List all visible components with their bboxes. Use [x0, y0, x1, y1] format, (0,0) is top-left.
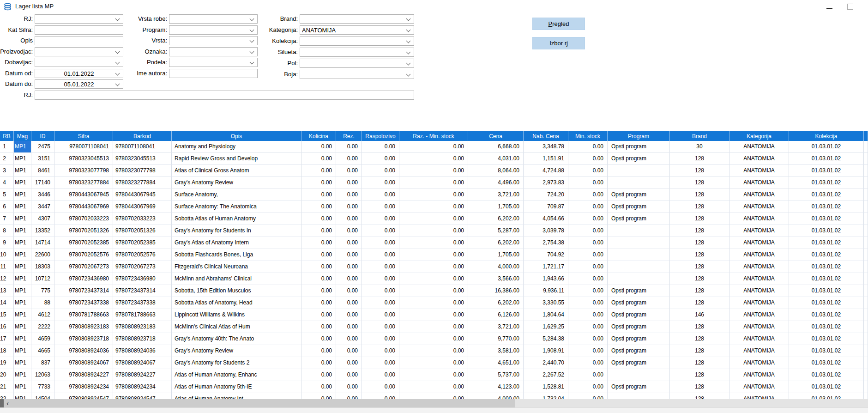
filter-kolekcija-combo[interactable] — [300, 36, 414, 46]
column-header-kolekcija[interactable]: Kolekcija — [789, 131, 864, 141]
cell-program[interactable]: Opsti program — [608, 357, 670, 369]
cell-brand[interactable]: 128 — [670, 165, 729, 177]
cell-min-stock[interactable]: 0.00 — [568, 213, 608, 225]
cell-brand[interactable]: 128 — [670, 333, 729, 345]
cell-rez[interactable]: 0.00 — [336, 309, 362, 321]
cell-rez[interactable]: 0.00 — [336, 201, 362, 213]
cell-rb[interactable]: 11 — [0, 261, 14, 273]
cell-barkod[interactable]: 9780781788663 — [113, 309, 172, 321]
cell-kategorija[interactable]: ANATOMIJA — [729, 141, 789, 153]
cell-raspolozivo[interactable]: 0.00 — [362, 189, 399, 201]
cell-cena[interactable]: 6,668.00 — [468, 141, 524, 153]
cell-kategorija[interactable]: ANATOMIJA — [729, 321, 789, 333]
cell-sifra[interactable]: 9780323045513 — [54, 153, 113, 165]
cell-kategorija[interactable]: ANATOMIJA — [729, 165, 789, 177]
cell-mag[interactable]: MP1 — [14, 273, 31, 285]
cell-kolicina[interactable]: 0.00 — [301, 201, 336, 213]
cell-nab-cena[interactable]: 724.20 — [524, 189, 568, 201]
cell-raz-min-stock[interactable]: 0.00 — [399, 237, 468, 249]
cell-kolekcija[interactable]: 01.03.01.02 — [789, 249, 864, 261]
cell-id[interactable]: 4307 — [31, 213, 54, 225]
cell-program[interactable]: Opsti program — [608, 345, 670, 357]
cell-barkod[interactable]: 9780443067969 — [113, 201, 172, 213]
cell-program[interactable] — [608, 261, 670, 273]
cell-program[interactable]: Opsti program — [608, 201, 670, 213]
column-header-raspolozivo[interactable]: Raspolozivo — [362, 131, 399, 141]
cell-kategorija[interactable]: ANATOMIJA — [729, 177, 789, 189]
cell-program[interactable]: Opsti program — [608, 333, 670, 345]
cell-id[interactable]: 3151 — [31, 153, 54, 165]
cell-program[interactable]: Opsti program — [608, 309, 670, 321]
cell-partial[interactable] — [864, 285, 868, 297]
cell-sifra[interactable]: 9780808924036 — [54, 345, 113, 357]
cell-rb[interactable]: 4 — [0, 177, 14, 189]
cell-min-stock[interactable]: 0.00 — [568, 333, 608, 345]
cell-min-stock[interactable]: 0.00 — [568, 177, 608, 189]
column-header-program[interactable]: Program — [608, 131, 670, 141]
cell-mag[interactable]: MP1 — [14, 345, 31, 357]
cell-mag[interactable]: MP1 — [14, 321, 31, 333]
cell-barkod[interactable]: 9780808924036 — [113, 345, 172, 357]
cell-opis[interactable]: Surface Anatomy: The Anatomica — [172, 201, 301, 213]
cell-opis[interactable]: Sobotta Atlas of Anatomy, Head — [172, 297, 301, 309]
cell-kolekcija[interactable]: 01.03.01.02 — [789, 225, 864, 237]
cell-rb[interactable]: 10 — [0, 249, 14, 261]
cell-rez[interactable]: 0.00 — [336, 321, 362, 333]
cell-raspolozivo[interactable]: 0.00 — [362, 273, 399, 285]
cell-id[interactable]: 10712 — [31, 273, 54, 285]
cell-brand[interactable]: 128 — [670, 297, 729, 309]
filter-datum-do-combo[interactable]: 05.01.2022 — [35, 79, 123, 89]
cell-program[interactable] — [608, 237, 670, 249]
cell-id[interactable]: 837 — [31, 357, 54, 369]
column-header-min-stock[interactable]: Min. stock — [568, 131, 608, 141]
cell-opis[interactable]: Fitzgerald's Clinical Neuroana — [172, 261, 301, 273]
cell-brand[interactable]: 128 — [670, 249, 729, 261]
cell-id[interactable]: 4659 — [31, 333, 54, 345]
cell-program[interactable]: Opsti program — [608, 213, 670, 225]
filter-dobavljac-combo[interactable] — [35, 58, 123, 67]
cell-min-stock[interactable]: 0.00 — [568, 273, 608, 285]
cell-brand[interactable]: 128 — [670, 153, 729, 165]
cell-mag[interactable]: MP1 — [14, 357, 31, 369]
cell-rez[interactable]: 0.00 — [336, 165, 362, 177]
cell-sifra[interactable]: 9780702033223 — [54, 213, 113, 225]
cell-kolicina[interactable]: 0.00 — [301, 345, 336, 357]
cell-min-stock[interactable]: 0.00 — [568, 357, 608, 369]
cell-cena[interactable]: 5,737.00 — [468, 369, 524, 381]
filter-brand-combo[interactable] — [300, 14, 414, 24]
cell-min-stock[interactable]: 0.00 — [568, 225, 608, 237]
cell-rb[interactable]: 21 — [0, 381, 14, 393]
cell-raz-min-stock[interactable]: 0.00 — [399, 213, 468, 225]
cell-min-stock[interactable]: 0.00 — [568, 321, 608, 333]
cell-rez[interactable]: 0.00 — [336, 213, 362, 225]
cell-partial[interactable] — [864, 273, 868, 285]
cell-barkod[interactable]: 9780443067945 — [113, 189, 172, 201]
cell-nab-cena[interactable]: 2,754.38 — [524, 237, 568, 249]
cell-raz-min-stock[interactable]: 0.00 — [399, 357, 468, 369]
cell-raspolozivo[interactable]: 0.00 — [362, 309, 399, 321]
cell-program[interactable]: Opsti program — [608, 153, 670, 165]
cell-min-stock[interactable]: 0.00 — [568, 189, 608, 201]
cell-sifra[interactable]: 9780323277884 — [54, 177, 113, 189]
minimize-button[interactable] — [825, 2, 835, 11]
cell-cena[interactable]: 3,566.00 — [468, 273, 524, 285]
cell-cena[interactable]: 3,721.00 — [468, 321, 524, 333]
cell-id[interactable]: 3447 — [31, 201, 54, 213]
cell-brand[interactable]: 128 — [670, 273, 729, 285]
column-header-kategorija[interactable]: Kategorija — [729, 131, 789, 141]
cell-min-stock[interactable]: 0.00 — [568, 381, 608, 393]
cell-kolekcija[interactable]: 01.03.01.02 — [789, 309, 864, 321]
filter-kat-sifra-input[interactable] — [35, 25, 123, 35]
cell-kolicina[interactable]: 0.00 — [301, 165, 336, 177]
cell-cena[interactable]: 6,202.00 — [468, 237, 524, 249]
cell-sifra[interactable]: 9780808923718 — [54, 333, 113, 345]
cell-mag[interactable]: MP1 — [14, 261, 31, 273]
cell-opis[interactable]: Atlas of Human Anatomy Int — [172, 393, 301, 399]
cell-kolekcija[interactable]: 01.03.01.02 — [789, 189, 864, 201]
cell-id[interactable]: 4665 — [31, 345, 54, 357]
cell-rez[interactable]: 0.00 — [336, 225, 362, 237]
column-header-kolicina[interactable]: Kolicina — [301, 131, 336, 141]
cell-mag[interactable]: MP1 — [14, 153, 31, 165]
cell-raspolozivo[interactable]: 0.00 — [362, 381, 399, 393]
cell-cena[interactable]: 3,581.00 — [468, 345, 524, 357]
